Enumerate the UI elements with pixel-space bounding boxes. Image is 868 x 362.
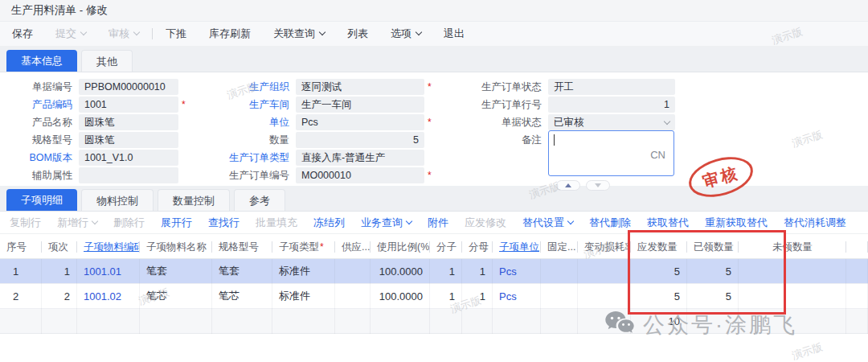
column-header[interactable]: 子项单位* [493,234,541,260]
tab-reference[interactable]: 参考 [234,189,285,211]
table-cell: 1 [430,284,462,309]
inventory-refresh-button-label: 库存刷新 [209,27,251,41]
column-header-label: 序号 [6,241,27,254]
delete-row-button[interactable]: 删除行 [113,216,145,230]
spec-model-input[interactable]: 圆珠笔 [79,132,178,148]
column-header-label: 子项物料名称 [146,241,207,254]
cell-link[interactable]: 1001.01 [77,259,140,284]
attachment-button[interactable]: 附件 [428,216,448,230]
order-type-label[interactable]: 生产订单类型 [193,151,296,165]
product-code-input[interactable]: 1001 [79,97,178,113]
related-query-button[interactable]: 关联查询 [273,27,325,41]
column-header[interactable]: 规格型号 [212,234,272,260]
footer-cell [371,309,430,334]
column-header[interactable] [846,234,868,260]
table-row[interactable]: 111001.01笔套笔套标准件100.000011Pcs55 [0,259,868,284]
column-header[interactable]: 子项物料编码* [77,234,140,260]
column-header[interactable]: 固定... [541,234,578,260]
add-row-button[interactable]: 新增行 [57,216,97,230]
table-cell: 1 [462,259,493,284]
order-status-input[interactable]: 开工 [548,79,675,95]
collapse-panel-button[interactable] [556,180,580,191]
freeze-column-label: 冻结列 [313,216,345,230]
push-down-button[interactable]: 下推 [166,27,186,41]
column-header[interactable]: 子项类型* [272,234,335,260]
tab-basic-info[interactable]: 基本信息 [6,50,77,72]
tab-subitem-detail[interactable]: 子项明细 [6,189,77,211]
grid-toolbar: 复制行 新增行 删除行 展开行 查找行 批量填充 冻结列 业务查询 附件 应发修… [0,212,868,233]
column-header[interactable]: 分母 [462,234,493,260]
column-header[interactable]: 使用比例(%) [371,234,430,260]
cell-link[interactable]: 1001.02 [77,284,140,309]
issue-modify-label: 应发修改 [465,216,506,230]
prod-org-input[interactable]: 逐同测试 [296,79,424,95]
save-button[interactable]: 保存 [12,27,33,41]
doc-status-select[interactable]: 已审核 [548,114,675,130]
cell-link[interactable]: Pcs [493,284,541,309]
expand-panel-button[interactable] [586,180,610,191]
tab-material-control[interactable]: 物料控制 [81,189,154,211]
copy-row-button[interactable]: 复制行 [10,216,41,230]
column-header[interactable]: 子项物料名称 [140,234,212,260]
product-name-input[interactable]: 圆珠笔 [79,114,178,130]
workshop-input[interactable]: 生产一车间 [296,97,424,113]
bom-version-label[interactable]: BOM版本 [0,151,79,165]
column-header[interactable]: 分子 [430,234,462,260]
cell-link[interactable]: Pcs [493,259,541,284]
expand-row-button[interactable]: 展开行 [161,216,192,230]
bom-version-input[interactable]: 1001_V1.0 [79,150,178,166]
re-get-substitute-button[interactable]: 重新获取替代 [705,216,768,230]
order-no-input[interactable]: MO000010 [296,167,424,183]
batch-fill-button[interactable]: 批量填充 [256,216,297,230]
get-substitute-label: 获取替代 [647,216,689,230]
substitute-set-button[interactable]: 替代设置 [522,216,573,230]
column-header[interactable]: 变动损耗率... [578,234,631,260]
audit-button[interactable]: 审核 [108,27,139,41]
table-cell: 1 [42,259,77,284]
field-unit: 单位 Pcs * [193,114,432,130]
workshop-label[interactable]: 生产车间 [193,98,296,112]
get-substitute-button[interactable]: 获取替代 [647,216,689,230]
table-cell: 笔芯 [212,284,272,309]
unit-label[interactable]: 单位 [193,116,296,130]
order-line-input[interactable]: 1 [548,97,675,113]
product-code-label[interactable]: 产品编码 [0,98,79,112]
field-spec-model: 规格型号 圆珠笔 [0,132,178,148]
column-header-label: 子项类型 [279,241,319,254]
options-button[interactable]: 选项 [391,27,421,41]
doc-no-label: 单据编号 [0,80,79,94]
substitute-delete-button[interactable]: 替代删除 [589,216,631,230]
column-header[interactable]: 应发数量 [631,234,687,260]
table-cell: 5 [631,259,687,284]
column-header[interactable]: 未领数量 [739,234,846,260]
table-cell: 2 [0,284,42,309]
inventory-refresh-button[interactable]: 库存刷新 [209,27,251,41]
remark-textarea[interactable]: CN [548,130,674,176]
substitute-consume-adjust-button[interactable]: 替代消耗调整 [784,216,846,230]
unit-input[interactable]: Pcs [296,114,424,130]
exit-button[interactable]: 退出 [444,27,465,41]
issue-modify-button[interactable]: 应发修改 [465,216,506,230]
biz-query-button[interactable]: 业务查询 [361,216,411,230]
tab-qty-control[interactable]: 数量控制 [158,189,230,211]
find-row-button[interactable]: 查找行 [208,216,240,230]
aux-attr-input[interactable] [79,167,178,183]
qty-input[interactable]: 5 [296,132,424,148]
required-marker: * [428,81,432,93]
submit-button[interactable]: 提交 [55,27,86,41]
field-qty: 数量 5 [193,132,424,148]
field-remark: 备注 [447,132,548,148]
prod-org-label[interactable]: 生产组织 [193,80,296,94]
list-button[interactable]: 列表 [347,27,368,41]
doc-status-label: 单据状态 [447,116,548,130]
column-header[interactable]: 供应... [335,234,371,260]
table-row[interactable]: 221001.02笔芯笔芯标准件100.000011Pcs55 [0,284,868,309]
column-header[interactable]: 已领数量 [687,234,739,260]
order-type-input[interactable]: 直接入库-普通生产 [296,150,424,166]
doc-no-input[interactable]: PPBOM00000010 [79,79,178,95]
column-header[interactable]: 项次 [42,234,77,260]
footer-cell [493,309,541,334]
freeze-column-button[interactable]: 冻结列 [313,216,345,230]
column-header[interactable]: 序号 [0,234,42,260]
tab-other[interactable]: 其他 [81,50,133,72]
